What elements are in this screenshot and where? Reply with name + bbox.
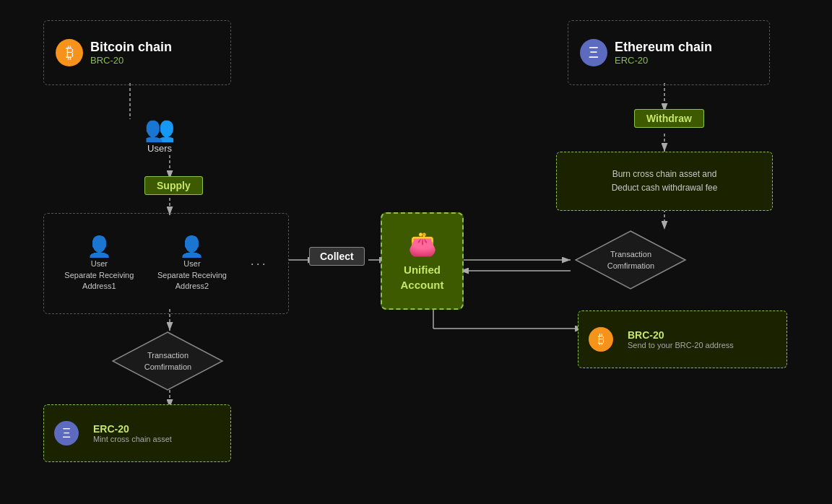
erc20-mint-box: Ξ ERC-20 Mint cross chain asset bbox=[43, 404, 231, 462]
collect-badge-container: Collect bbox=[309, 250, 365, 263]
users-label: Users bbox=[144, 143, 175, 154]
ethereum-chain-box: Ξ Ethereum chain ERC-20 bbox=[568, 20, 770, 85]
ethereum-chain-subtitle: ERC-20 bbox=[615, 55, 712, 66]
transaction-confirmation-left-label: TransactionComfirmation bbox=[112, 331, 224, 392]
unified-account-box: 👛 UnifiedAccount bbox=[381, 212, 464, 310]
erc20-mint-icon: Ξ bbox=[54, 421, 79, 446]
user1-icon: 👤 bbox=[64, 235, 134, 258]
brc20-send-text: BRC-20 Send to your BRC-20 address bbox=[628, 329, 734, 349]
bitcoin-chain-box: ₿ Bitcoin chain BRC-20 bbox=[43, 20, 231, 85]
users-icon: 👥 bbox=[144, 114, 175, 143]
withdraw-badge-container: Withdraw bbox=[634, 112, 704, 125]
wallet-icon: 👛 bbox=[408, 230, 437, 258]
burn-box: Burn cross chain asset andDeduct cash wi… bbox=[556, 152, 773, 211]
user1-label: User Separate Receiving Address1 bbox=[64, 258, 134, 292]
more-dots: ··· bbox=[251, 256, 268, 271]
user2-icon: 👤 bbox=[157, 235, 227, 258]
erc20-mint-text: ERC-20 Mint cross chain asset bbox=[93, 423, 172, 443]
users-group: 👥 Users bbox=[144, 114, 175, 154]
bitcoin-chain-subtitle: BRC-20 bbox=[90, 55, 172, 66]
unified-account-label: UnifiedAccount bbox=[401, 262, 444, 292]
diagram: ₿ Bitcoin chain BRC-20 Ξ Ethereum chain … bbox=[0, 0, 832, 504]
transaction-confirmation-right-label: TransactionComfirmation bbox=[575, 230, 687, 291]
brc20-send-icon: ₿ bbox=[589, 327, 613, 352]
brc20-send-box: ₿ BRC-20 Send to your BRC-20 address bbox=[578, 310, 787, 368]
ethereum-icon: Ξ bbox=[580, 39, 607, 66]
supply-badge-container: Supply bbox=[144, 179, 203, 192]
user-boxes-container: 👤 User Separate Receiving Address1 👤 Use… bbox=[43, 213, 289, 314]
collect-badge: Collect bbox=[309, 247, 365, 266]
bitcoin-icon: ₿ bbox=[56, 39, 83, 66]
transaction-confirmation-left: TransactionComfirmation bbox=[112, 331, 224, 392]
supply-badge: Supply bbox=[144, 176, 203, 195]
burn-box-text: Burn cross chain asset andDeduct cash wi… bbox=[612, 168, 718, 195]
user1-box: 👤 User Separate Receiving Address1 bbox=[64, 235, 134, 292]
user2-box: 👤 User Separate Receiving Address2 bbox=[157, 235, 227, 292]
transaction-confirmation-right: TransactionComfirmation bbox=[575, 230, 687, 291]
withdraw-badge: Withdraw bbox=[634, 109, 704, 128]
user2-label: User Separate Receiving Address2 bbox=[157, 258, 227, 292]
bitcoin-chain-title: Bitcoin chain bbox=[90, 40, 172, 55]
ethereum-chain-title: Ethereum chain bbox=[615, 40, 712, 55]
